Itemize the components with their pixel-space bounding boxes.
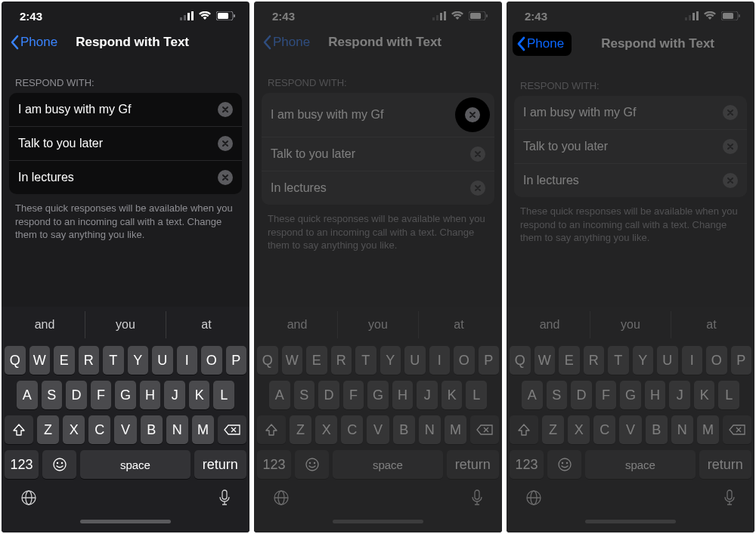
key-h[interactable]: H xyxy=(645,381,666,409)
key-n[interactable]: N xyxy=(671,415,693,444)
key-t[interactable]: T xyxy=(355,346,376,375)
key-s[interactable]: S xyxy=(294,381,315,409)
key-c[interactable]: C xyxy=(593,415,615,444)
key-v[interactable]: V xyxy=(114,415,136,444)
key-e[interactable]: E xyxy=(54,346,75,375)
suggestion[interactable]: and xyxy=(257,311,338,338)
key-x[interactable]: X xyxy=(63,415,85,444)
suggestion[interactable]: and xyxy=(5,311,85,338)
key-p[interactable]: P xyxy=(731,346,752,375)
key-p[interactable]: P xyxy=(226,346,247,375)
key-r[interactable]: R xyxy=(584,346,605,375)
key-a[interactable]: A xyxy=(17,381,38,409)
key-w[interactable]: W xyxy=(29,346,51,375)
emoji-key[interactable] xyxy=(295,450,329,479)
clear-text-icon[interactable] xyxy=(218,136,233,151)
key-z[interactable]: Z xyxy=(290,415,311,444)
response-row[interactable]: In lectures xyxy=(262,171,494,205)
key-w[interactable]: W xyxy=(282,346,303,375)
response-row[interactable]: Talk to you later xyxy=(9,127,242,161)
suggestion[interactable]: you xyxy=(590,311,671,338)
return-key[interactable]: return xyxy=(699,450,751,479)
response-row[interactable]: Talk to you later xyxy=(262,137,494,171)
key-q[interactable]: Q xyxy=(510,346,531,375)
numeric-key[interactable]: 123 xyxy=(510,450,544,479)
globe-icon[interactable] xyxy=(20,489,38,507)
key-a[interactable]: A xyxy=(269,381,290,409)
key-u[interactable]: U xyxy=(152,346,173,375)
key-j[interactable]: J xyxy=(417,381,438,409)
key-d[interactable]: D xyxy=(66,381,87,409)
key-u[interactable]: U xyxy=(657,346,678,375)
key-d[interactable]: D xyxy=(318,381,339,409)
emoji-key[interactable] xyxy=(42,450,76,479)
key-i[interactable]: I xyxy=(177,346,198,375)
key-x[interactable]: X xyxy=(568,415,590,444)
key-t[interactable]: T xyxy=(103,346,124,375)
suggestion[interactable]: at xyxy=(671,311,751,338)
key-m[interactable]: M xyxy=(192,415,214,444)
key-x[interactable]: X xyxy=(315,415,337,444)
key-b[interactable]: B xyxy=(646,415,668,444)
key-b[interactable]: B xyxy=(141,415,163,444)
response-row[interactable]: Talk to you later xyxy=(514,130,747,164)
emoji-key[interactable] xyxy=(547,450,581,479)
suggestion[interactable]: you xyxy=(85,311,166,338)
clear-text-icon[interactable] xyxy=(470,147,485,162)
key-c[interactable]: C xyxy=(88,415,110,444)
key-i[interactable]: I xyxy=(429,346,451,375)
key-l[interactable]: L xyxy=(466,381,487,409)
key-l[interactable]: L xyxy=(213,381,234,409)
return-key[interactable]: return xyxy=(194,450,246,479)
key-z[interactable]: Z xyxy=(37,415,59,444)
dictation-icon[interactable] xyxy=(723,489,736,507)
key-n[interactable]: N xyxy=(166,415,188,444)
space-key[interactable]: space xyxy=(585,450,696,479)
key-j[interactable]: J xyxy=(669,381,690,409)
home-indicator[interactable] xyxy=(333,520,423,523)
key-r[interactable]: R xyxy=(331,346,352,375)
key-k[interactable]: K xyxy=(189,381,210,409)
key-h[interactable]: H xyxy=(392,381,414,409)
key-y[interactable]: Y xyxy=(633,346,654,375)
space-key[interactable]: space xyxy=(80,450,191,479)
suggestion[interactable]: you xyxy=(338,311,419,338)
key-g[interactable]: G xyxy=(367,381,389,409)
response-row[interactable]: I am busy with my Gf xyxy=(262,93,494,137)
key-g[interactable]: G xyxy=(620,381,641,409)
key-y[interactable]: Y xyxy=(380,346,401,375)
key-u[interactable]: U xyxy=(404,346,426,375)
key-r[interactable]: R xyxy=(79,346,100,375)
delete-key[interactable] xyxy=(470,415,499,444)
key-d[interactable]: D xyxy=(571,381,592,409)
home-indicator[interactable] xyxy=(80,520,171,523)
clear-text-icon[interactable] xyxy=(723,139,738,154)
shift-key[interactable] xyxy=(5,415,33,444)
key-p[interactable]: P xyxy=(479,346,500,375)
space-key[interactable]: space xyxy=(333,450,443,479)
key-a[interactable]: A xyxy=(522,381,543,409)
key-e[interactable]: E xyxy=(559,346,580,375)
key-f[interactable]: F xyxy=(343,381,364,409)
key-q[interactable]: Q xyxy=(5,346,26,375)
numeric-key[interactable]: 123 xyxy=(5,450,39,479)
key-t[interactable]: T xyxy=(608,346,629,375)
key-g[interactable]: G xyxy=(115,381,136,409)
key-h[interactable]: H xyxy=(140,381,161,409)
key-o[interactable]: O xyxy=(454,346,475,375)
response-row[interactable]: I am busy with my Gf xyxy=(9,93,242,127)
delete-key[interactable] xyxy=(218,415,246,444)
key-b[interactable]: B xyxy=(393,415,415,444)
key-f[interactable]: F xyxy=(91,381,112,409)
shift-key[interactable] xyxy=(510,415,538,444)
return-key[interactable]: return xyxy=(447,450,499,479)
key-m[interactable]: M xyxy=(697,415,719,444)
key-c[interactable]: C xyxy=(341,415,363,444)
clear-text-icon[interactable] xyxy=(460,102,485,128)
dictation-icon[interactable] xyxy=(218,489,231,507)
home-indicator[interactable] xyxy=(585,520,676,523)
response-row[interactable]: I am busy with my Gf xyxy=(514,96,747,130)
key-o[interactable]: O xyxy=(201,346,222,375)
key-z[interactable]: Z xyxy=(542,415,564,444)
globe-icon[interactable] xyxy=(272,489,290,507)
